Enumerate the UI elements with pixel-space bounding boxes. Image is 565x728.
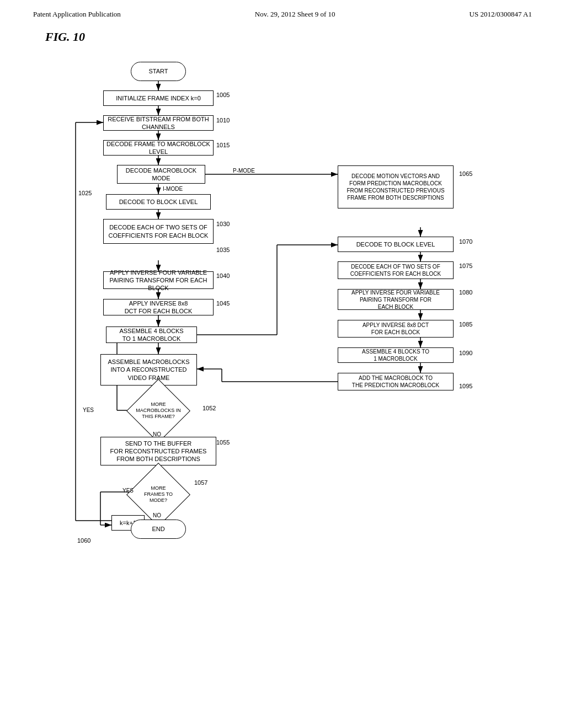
ref-1080: 1080 (459, 289, 472, 296)
node-assemble-macro: ASSEMBLE MACROBLOCKS INTO A RECONSTRUCTE… (100, 354, 197, 386)
ref-1010: 1010 (216, 117, 230, 124)
ref-1055: 1055 (216, 439, 230, 446)
ref-1030: 1030 (216, 221, 230, 227)
flowchart: FIG. 10 (45, 24, 520, 686)
node-1065: DECODE MOTION VECTORS AND FORM PREDICTIO… (338, 165, 454, 208)
node-more-macroblocks: MORE MACROBLOCKS IN THIS FRAME? (131, 390, 186, 431)
ref-1065: 1065 (459, 170, 472, 177)
node-apply-inverse2: APPLY INVERSE FOUR VARIABLE PAIRING TRAN… (338, 289, 454, 310)
node-apply-dct: APPLY INVERSE 8x8 DCT FOR EACH BLOCK (103, 299, 214, 315)
end-node: END (131, 520, 186, 539)
node-1020: DECODE MACROBLOCK MODE (117, 165, 205, 184)
node-1010: RECEIVE BITSTREAM FROM BOTH CHANNELS (103, 115, 214, 131)
ref-1085: 1085 (459, 321, 472, 328)
node-decode-block: DECODE TO BLOCK LEVEL (106, 194, 211, 210)
header-left: Patent Application Publication (33, 10, 121, 19)
yes-macro-label: YES (83, 407, 94, 413)
ref-1040: 1040 (216, 272, 230, 279)
yes-frames-label: YES (122, 488, 134, 494)
ref-1052: 1052 (202, 405, 216, 411)
ref-1090: 1090 (459, 350, 472, 356)
figure-title: FIG. 10 (45, 30, 85, 44)
node-decode-block2: DECODE TO BLOCK LEVEL (338, 237, 454, 252)
ref-1075: 1075 (459, 263, 472, 269)
ref-1015: 1015 (216, 142, 230, 148)
start-node: START (131, 62, 186, 81)
ref-1025: 1025 (78, 190, 92, 196)
ref-1045: 1045 (216, 300, 230, 307)
ref-1035: 1035 (216, 247, 230, 253)
ref-1057: 1057 (194, 479, 207, 486)
node-assemble2: ASSEMBLE 4 BLOCKS TO 1 MACROBLOCK (338, 347, 454, 363)
node-decode-two-sets: DECODE EACH OF TWO SETS OF COEFFICIENTS … (103, 219, 214, 244)
figure-container: FIG. 10 (0, 19, 565, 714)
i-mode-label: I-MODE (163, 186, 183, 192)
node-1005: INITIALIZE FRAME INDEX k=0 (103, 90, 214, 106)
ref-1060: 1060 (77, 537, 90, 544)
header-right: US 2012/0300847 A1 (470, 10, 532, 19)
node-apply-inverse: APPLY INVERSE FOUR VARIABLE PAIRING TRAN… (103, 271, 214, 289)
ref-1095: 1095 (459, 383, 472, 389)
node-add-macro: ADD THE MACROBLOCK TO THE PREDICTION MAC… (338, 373, 454, 390)
node-send-buffer: SEND TO THE BUFFER FOR RECONSTRUCTED FRA… (100, 437, 216, 465)
ref-1070: 1070 (459, 238, 472, 245)
node-1015: DECODE FRAME TO MACROBLOCK LEVEL (103, 140, 214, 156)
node-more-frames: MORE FRAMES TO MODE? (131, 474, 186, 515)
no-frames-label: NO (153, 512, 161, 518)
ref-1005: 1005 (216, 92, 230, 98)
page-header: Patent Application Publication Nov. 29, … (0, 0, 565, 19)
node-decode-two-sets2: DECODE EACH OF TWO SETS OF COEFFICIENTS … (338, 261, 454, 279)
node-apply-dct2: APPLY INVERSE 8x8 DCT FOR EACH BLOCK (338, 320, 454, 338)
header-center: Nov. 29, 2012 Sheet 9 of 10 (255, 10, 335, 19)
node-assemble-4: ASSEMBLE 4 BLOCKS TO 1 MACROBLOCK (106, 326, 197, 343)
p-mode-label: P-MODE (233, 168, 255, 174)
